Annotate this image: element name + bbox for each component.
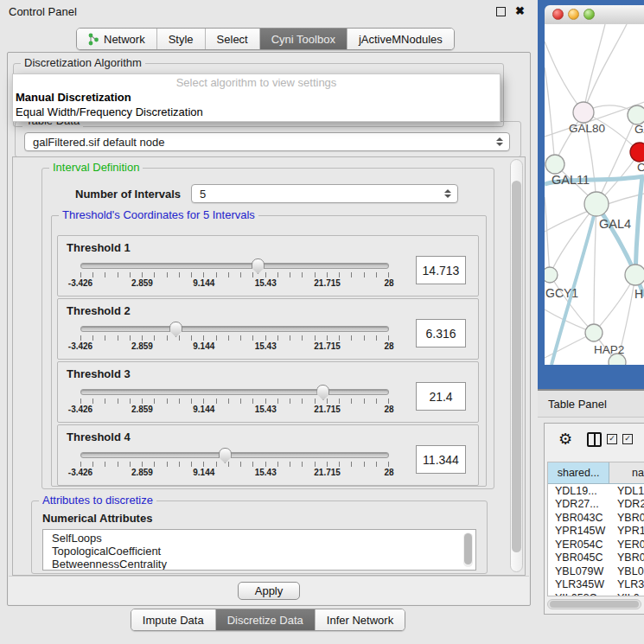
tab-discretize-data[interactable]: Discretize Data: [215, 609, 315, 630]
scrollbar-thumb[interactable]: [550, 601, 639, 608]
slider-ticks: [80, 462, 389, 467]
table-cell[interactable]: YER0: [614, 539, 644, 551]
tab-impute-data[interactable]: Impute Data: [131, 609, 215, 630]
table-cell[interactable]: YBR0: [614, 552, 644, 564]
threshold-3-value-field[interactable]: 21.4: [416, 382, 466, 411]
apply-button[interactable]: Apply: [238, 582, 301, 600]
table-data-combobox[interactable]: galFiltered.sif default node: [24, 132, 510, 151]
table-cell[interactable]: YLR3: [614, 578, 644, 590]
discretization-algorithm-group-title: Discretization Algorithm: [21, 56, 145, 69]
list-item[interactable]: BetweennessCentrality: [52, 558, 475, 571]
slider-track[interactable]: [80, 263, 389, 269]
table-cell[interactable]: YBL0: [614, 565, 644, 577]
table-row[interactable]: YDR27... YDR2: [548, 498, 644, 512]
table-row[interactable]: YBR043C YBR0: [548, 511, 644, 525]
threshold-4-value-field[interactable]: 11.344: [416, 445, 466, 474]
threshold-2-slider[interactable]: -3.426 2.859 9.144 15.43 21.715 28: [80, 326, 389, 352]
network-window-titlebar[interactable]: [545, 5, 644, 25]
close-icon[interactable]: ✖: [515, 4, 525, 18]
tab-style[interactable]: Style: [156, 29, 205, 49]
scrollbar-thumb[interactable]: [512, 181, 521, 552]
node-label-partial-ga: GA: [634, 123, 644, 136]
combobox-stepper-icon: [444, 189, 451, 198]
dropdown-option-manual-discretization[interactable]: Manual Discretization: [13, 91, 500, 105]
table-cell[interactable]: YIL053C: [548, 592, 614, 596]
list-item[interactable]: TopologicalCoefficient: [52, 545, 475, 558]
table-cell[interactable]: YBL079W: [548, 565, 614, 577]
table-row[interactable]: YBR045C YBR0: [548, 552, 644, 565]
tick-label: 2.859: [131, 341, 153, 351]
table-cell[interactable]: YDR27...: [548, 498, 614, 510]
tick-label: 2.859: [131, 468, 153, 477]
tab-network[interactable]: Network: [77, 29, 156, 49]
zoom-button[interactable]: [583, 9, 595, 20]
table-cell[interactable]: YLR345W: [548, 578, 614, 590]
minimize-button[interactable]: [568, 9, 579, 20]
table-cell[interactable]: YPR145W: [548, 525, 614, 537]
threshold-4-slider[interactable]: -3.426 2.859 9.144 15.43 21.715 28: [80, 452, 389, 478]
gear-icon[interactable]: ⚙: [558, 431, 572, 447]
network-node-partial-top-right[interactable]: [628, 105, 644, 124]
table-cell[interactable]: YBR043C: [548, 512, 614, 524]
list-item[interactable]: SelfLoops: [52, 532, 475, 545]
select-all-checkbox-icon[interactable]: ✓: [607, 434, 617, 444]
column-header-name[interactable]: na: [609, 462, 644, 483]
threshold-3-slider[interactable]: -3.426 2.859 9.144 15.43 21.715 28: [80, 389, 389, 415]
select-none-checkbox-icon[interactable]: ✓: [622, 434, 633, 444]
threshold-1-slider[interactable]: -3.426 2.859 9.144 15.43 21.715 28: [80, 263, 389, 289]
table-row[interactable]: YIL053C YIL0: [548, 591, 644, 596]
number-of-intervals-combobox[interactable]: 5: [191, 184, 458, 203]
table-row[interactable]: YPR145W YPR1: [548, 525, 644, 539]
table-cell[interactable]: YPR1: [614, 525, 644, 537]
table-cell[interactable]: YER054C: [548, 539, 614, 551]
network-node-gal11[interactable]: [545, 155, 564, 174]
table-row[interactable]: YLR345W YLR3: [548, 578, 644, 592]
network-node-partial-right[interactable]: [625, 265, 644, 285]
table-cell[interactable]: YDL19...: [548, 485, 614, 497]
threshold-2-value-field[interactable]: 6.316: [416, 319, 466, 348]
float-window-icon[interactable]: [496, 7, 506, 16]
slider-track[interactable]: [80, 326, 389, 332]
network-canvas[interactable]: GAL80 GAL11 GAL4 GCY1 HAP2 GA C H: [545, 24, 644, 365]
network-node-gal80[interactable]: [573, 102, 594, 123]
table-horizontal-scrollbar[interactable]: [547, 599, 641, 609]
tab-infer-network[interactable]: Infer Network: [315, 609, 405, 630]
tab-jactivemnodules[interactable]: jActiveMNodules: [347, 29, 454, 49]
column-header-shared-name[interactable]: shared...: [548, 462, 609, 483]
table-panel-toolbar: ⚙ ✓ ✓: [545, 424, 644, 455]
numerical-attributes-list[interactable]: SelfLoops TopologicalCoefficient Between…: [42, 529, 476, 571]
threshold-2-panel: Threshold 2 -3.426 2.859 9.144 15.43: [57, 298, 479, 360]
network-node-hap2[interactable]: [585, 324, 603, 341]
table-cell[interactable]: YDL1: [614, 485, 644, 497]
scrollbar-thumb[interactable]: [464, 533, 472, 564]
thresholds-group-title: Threshold's Coordinates for 5 Intervals: [59, 208, 258, 221]
network-node-gal4[interactable]: [584, 192, 609, 216]
tick-label: 2.859: [131, 278, 153, 288]
table-cell[interactable]: YIL0: [614, 592, 644, 596]
table-row[interactable]: YBL079W YBL0: [548, 564, 644, 578]
cyni-bottom-tabs: Impute Data Discretize Data Infer Networ…: [0, 609, 536, 631]
columns-icon[interactable]: [587, 432, 602, 447]
close-button[interactable]: [552, 9, 564, 20]
table-cell[interactable]: YDR2: [614, 498, 644, 510]
slider-track[interactable]: [80, 452, 389, 458]
algorithm-dropdown-hint: Select algorithm to view settings: [13, 74, 500, 91]
tab-select[interactable]: Select: [205, 29, 259, 49]
slider-tick-labels: -3.426 2.859 9.144 15.43 21.715 28: [80, 468, 389, 478]
table-row[interactable]: YDL19... YDL1: [548, 484, 644, 498]
table-panel-header: Table Panel: [538, 389, 644, 418]
dropdown-option-equal-width-frequency[interactable]: Equal Width/Frequency Discretization: [13, 105, 500, 120]
settings-vertical-scrollbar[interactable]: [510, 159, 523, 572]
tab-impute-data-label: Impute Data: [143, 614, 204, 627]
list-vertical-scrollbar[interactable]: [463, 532, 473, 567]
network-node-selected-red[interactable]: [630, 143, 644, 162]
table-cell[interactable]: YBR0: [614, 512, 644, 524]
network-node-gcy1[interactable]: [545, 267, 558, 283]
threshold-1-panel: Threshold 1 -3.426 2.859 9.144 15.43: [57, 235, 479, 296]
tick-label: 21.715: [314, 278, 341, 288]
threshold-1-value-field[interactable]: 14.713: [416, 256, 466, 284]
table-cell[interactable]: YBR045C: [548, 552, 614, 564]
slider-track[interactable]: [80, 389, 389, 395]
table-row[interactable]: YER054C YER0: [548, 538, 644, 552]
tab-cyni-toolbox[interactable]: Cyni Toolbox: [259, 29, 347, 49]
